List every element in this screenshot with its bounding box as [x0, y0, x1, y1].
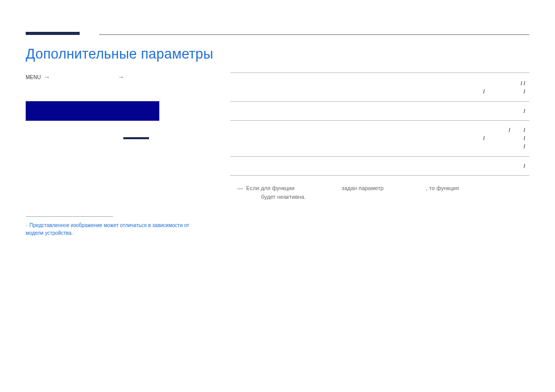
header-rule — [99, 34, 529, 35]
table-row: / / / / — [230, 73, 529, 102]
param-desc: / — [307, 156, 529, 175]
table-row: / — [230, 156, 529, 175]
param-key — [230, 73, 307, 102]
header-accent-bar — [26, 32, 80, 35]
footnote-rule — [26, 216, 113, 217]
menu-icon: MENU — [26, 74, 41, 80]
table-row: / — [230, 101, 529, 120]
params-table: / / / / / — [230, 72, 529, 176]
breadcrumb: MENU → → — [26, 72, 206, 82]
menu-mock-indicator — [123, 137, 149, 139]
param-desc: / / / / — [307, 73, 529, 102]
param-key — [230, 156, 307, 175]
table-row: / / / / / — [230, 120, 529, 156]
param-desc: / / / / / — [307, 120, 529, 156]
param-key — [230, 101, 307, 120]
footnote: -Представленное изображение может отлича… — [26, 222, 206, 237]
param-key — [230, 120, 307, 156]
arrow-icon: → — [117, 73, 126, 81]
page-title: Дополнительные параметры — [26, 46, 529, 62]
arrow-icon: → — [43, 73, 52, 81]
note: ― Если для функции задан параметр , то ф… — [230, 184, 529, 201]
menu-mock-bar — [26, 101, 159, 121]
param-desc: / — [307, 101, 529, 120]
